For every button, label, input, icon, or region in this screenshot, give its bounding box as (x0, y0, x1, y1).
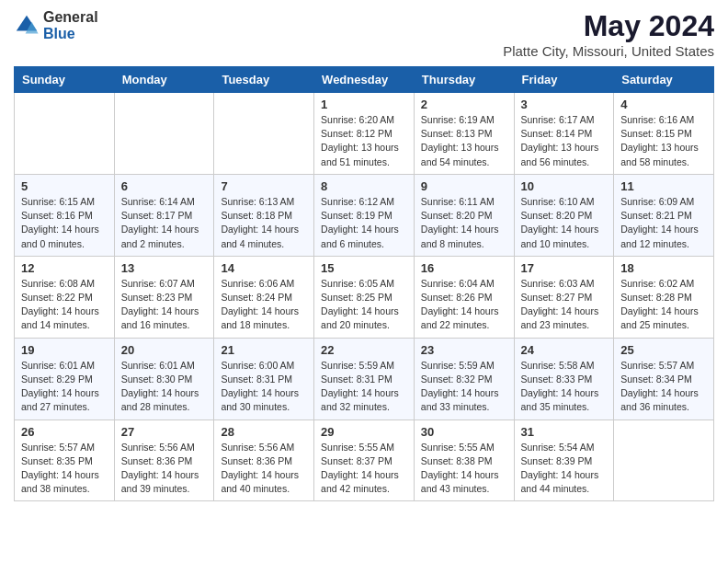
day-info: Sunrise: 6:17 AM Sunset: 8:14 PM Dayligh… (521, 113, 608, 169)
day-number: 25 (620, 343, 707, 357)
day-number: 13 (121, 261, 208, 275)
day-info: Sunrise: 6:14 AM Sunset: 8:17 PM Dayligh… (121, 195, 208, 251)
calendar-table: SundayMondayTuesdayWednesdayThursdayFrid… (14, 66, 714, 501)
day-info: Sunrise: 5:59 AM Sunset: 8:32 PM Dayligh… (421, 359, 507, 415)
day-number: 29 (321, 425, 407, 439)
header-cell-wednesday: Wednesday (314, 67, 415, 93)
subtitle: Platte City, Missouri, United States (503, 43, 714, 59)
day-info: Sunrise: 6:03 AM Sunset: 8:27 PM Dayligh… (521, 277, 608, 333)
calendar-cell: 31Sunrise: 5:54 AM Sunset: 8:39 PM Dayli… (514, 419, 614, 501)
day-number: 8 (321, 179, 407, 193)
logo: General Blue (14, 9, 98, 41)
day-info: Sunrise: 6:02 AM Sunset: 8:28 PM Dayligh… (620, 277, 707, 333)
day-info: Sunrise: 6:16 AM Sunset: 8:15 PM Dayligh… (620, 113, 707, 169)
calendar-cell: 4Sunrise: 6:16 AM Sunset: 8:15 PM Daylig… (614, 93, 714, 175)
calendar-week-1: 1Sunrise: 6:20 AM Sunset: 8:12 PM Daylig… (15, 93, 714, 175)
day-number: 10 (521, 179, 608, 193)
calendar-cell (15, 93, 115, 175)
calendar-cell: 14Sunrise: 6:06 AM Sunset: 8:24 PM Dayli… (214, 256, 314, 338)
day-info: Sunrise: 5:57 AM Sunset: 8:35 PM Dayligh… (21, 441, 108, 497)
calendar-cell (114, 93, 214, 175)
day-number: 30 (421, 425, 507, 439)
day-number: 5 (21, 179, 108, 193)
day-number: 14 (221, 261, 307, 275)
calendar-cell: 27Sunrise: 5:56 AM Sunset: 8:36 PM Dayli… (114, 419, 214, 501)
logo-blue: Blue (43, 26, 98, 42)
calendar-cell: 21Sunrise: 6:00 AM Sunset: 8:31 PM Dayli… (214, 338, 314, 419)
day-info: Sunrise: 6:01 AM Sunset: 8:29 PM Dayligh… (21, 359, 108, 415)
calendar-cell: 25Sunrise: 5:57 AM Sunset: 8:34 PM Dayli… (614, 338, 714, 419)
calendar-cell: 23Sunrise: 5:59 AM Sunset: 8:32 PM Dayli… (414, 338, 514, 419)
day-info: Sunrise: 6:09 AM Sunset: 8:21 PM Dayligh… (620, 195, 707, 251)
logo-general: General (43, 9, 98, 26)
day-info: Sunrise: 6:08 AM Sunset: 8:22 PM Dayligh… (21, 277, 108, 333)
calendar-cell: 22Sunrise: 5:59 AM Sunset: 8:31 PM Dayli… (314, 338, 415, 419)
day-info: Sunrise: 5:55 AM Sunset: 8:38 PM Dayligh… (421, 441, 507, 497)
day-info: Sunrise: 6:20 AM Sunset: 8:12 PM Dayligh… (321, 113, 407, 169)
day-info: Sunrise: 6:00 AM Sunset: 8:31 PM Dayligh… (221, 359, 307, 415)
calendar-cell: 20Sunrise: 6:01 AM Sunset: 8:30 PM Dayli… (114, 338, 214, 419)
calendar-cell: 17Sunrise: 6:03 AM Sunset: 8:27 PM Dayli… (514, 256, 614, 338)
calendar-cell: 26Sunrise: 5:57 AM Sunset: 8:35 PM Dayli… (15, 419, 115, 501)
calendar-cell: 24Sunrise: 5:58 AM Sunset: 8:33 PM Dayli… (514, 338, 614, 419)
day-number: 20 (121, 343, 208, 357)
calendar-cell: 19Sunrise: 6:01 AM Sunset: 8:29 PM Dayli… (15, 338, 115, 419)
main-title: May 2024 (503, 9, 714, 43)
header-cell-friday: Friday (514, 67, 614, 93)
day-info: Sunrise: 5:56 AM Sunset: 8:36 PM Dayligh… (121, 441, 208, 497)
calendar-cell: 5Sunrise: 6:15 AM Sunset: 8:16 PM Daylig… (15, 174, 115, 256)
day-number: 3 (521, 98, 608, 111)
calendar-cell: 7Sunrise: 6:13 AM Sunset: 8:18 PM Daylig… (214, 174, 314, 256)
day-info: Sunrise: 6:12 AM Sunset: 8:19 PM Dayligh… (321, 195, 407, 251)
calendar-week-2: 5Sunrise: 6:15 AM Sunset: 8:16 PM Daylig… (15, 174, 714, 256)
header-cell-monday: Monday (114, 67, 214, 93)
day-info: Sunrise: 6:15 AM Sunset: 8:16 PM Dayligh… (21, 195, 108, 251)
day-number: 2 (421, 98, 507, 111)
day-info: Sunrise: 5:57 AM Sunset: 8:34 PM Dayligh… (620, 359, 707, 415)
day-number: 18 (620, 261, 707, 275)
day-info: Sunrise: 6:05 AM Sunset: 8:25 PM Dayligh… (321, 277, 407, 333)
day-number: 7 (221, 179, 307, 193)
calendar-header: SundayMondayTuesdayWednesdayThursdayFrid… (15, 67, 714, 93)
day-info: Sunrise: 6:07 AM Sunset: 8:23 PM Dayligh… (121, 277, 208, 333)
day-info: Sunrise: 5:58 AM Sunset: 8:33 PM Dayligh… (521, 359, 608, 415)
day-number: 17 (521, 261, 608, 275)
day-number: 21 (221, 343, 307, 357)
calendar-week-5: 26Sunrise: 5:57 AM Sunset: 8:35 PM Dayli… (15, 419, 714, 501)
day-info: Sunrise: 6:04 AM Sunset: 8:26 PM Dayligh… (421, 277, 507, 333)
calendar-body: 1Sunrise: 6:20 AM Sunset: 8:12 PM Daylig… (15, 93, 714, 501)
day-info: Sunrise: 5:56 AM Sunset: 8:36 PM Dayligh… (221, 441, 307, 497)
calendar-cell: 13Sunrise: 6:07 AM Sunset: 8:23 PM Dayli… (114, 256, 214, 338)
day-number: 26 (21, 425, 108, 439)
day-number: 12 (21, 261, 108, 275)
day-number: 4 (620, 98, 707, 111)
calendar-week-3: 12Sunrise: 6:08 AM Sunset: 8:22 PM Dayli… (15, 256, 714, 338)
calendar-cell: 1Sunrise: 6:20 AM Sunset: 8:12 PM Daylig… (314, 93, 415, 175)
calendar-cell: 6Sunrise: 6:14 AM Sunset: 8:17 PM Daylig… (114, 174, 214, 256)
calendar-cell: 15Sunrise: 6:05 AM Sunset: 8:25 PM Dayli… (314, 256, 415, 338)
day-info: Sunrise: 5:54 AM Sunset: 8:39 PM Dayligh… (521, 441, 608, 497)
day-number: 28 (221, 425, 307, 439)
day-number: 22 (321, 343, 407, 357)
day-info: Sunrise: 6:19 AM Sunset: 8:13 PM Dayligh… (421, 113, 507, 169)
header-cell-sunday: Sunday (15, 67, 115, 93)
day-info: Sunrise: 6:11 AM Sunset: 8:20 PM Dayligh… (421, 195, 507, 251)
day-number: 15 (321, 261, 407, 275)
calendar-cell: 11Sunrise: 6:09 AM Sunset: 8:21 PM Dayli… (614, 174, 714, 256)
calendar-cell: 9Sunrise: 6:11 AM Sunset: 8:20 PM Daylig… (414, 174, 514, 256)
header-cell-tuesday: Tuesday (214, 67, 314, 93)
header-row: SundayMondayTuesdayWednesdayThursdayFrid… (15, 67, 714, 93)
day-info: Sunrise: 6:06 AM Sunset: 8:24 PM Dayligh… (221, 277, 307, 333)
day-info: Sunrise: 6:13 AM Sunset: 8:18 PM Dayligh… (221, 195, 307, 251)
day-number: 9 (421, 179, 507, 193)
day-info: Sunrise: 6:10 AM Sunset: 8:20 PM Dayligh… (521, 195, 608, 251)
day-number: 6 (121, 179, 208, 193)
day-info: Sunrise: 5:55 AM Sunset: 8:37 PM Dayligh… (321, 441, 407, 497)
header-cell-saturday: Saturday (614, 67, 714, 93)
day-info: Sunrise: 5:59 AM Sunset: 8:31 PM Dayligh… (321, 359, 407, 415)
day-number: 19 (21, 343, 108, 357)
day-info: Sunrise: 6:01 AM Sunset: 8:30 PM Dayligh… (121, 359, 208, 415)
calendar-cell (614, 419, 714, 501)
calendar-cell: 30Sunrise: 5:55 AM Sunset: 8:38 PM Dayli… (414, 419, 514, 501)
page-header: General Blue May 2024 Platte City, Misso… (14, 9, 714, 59)
